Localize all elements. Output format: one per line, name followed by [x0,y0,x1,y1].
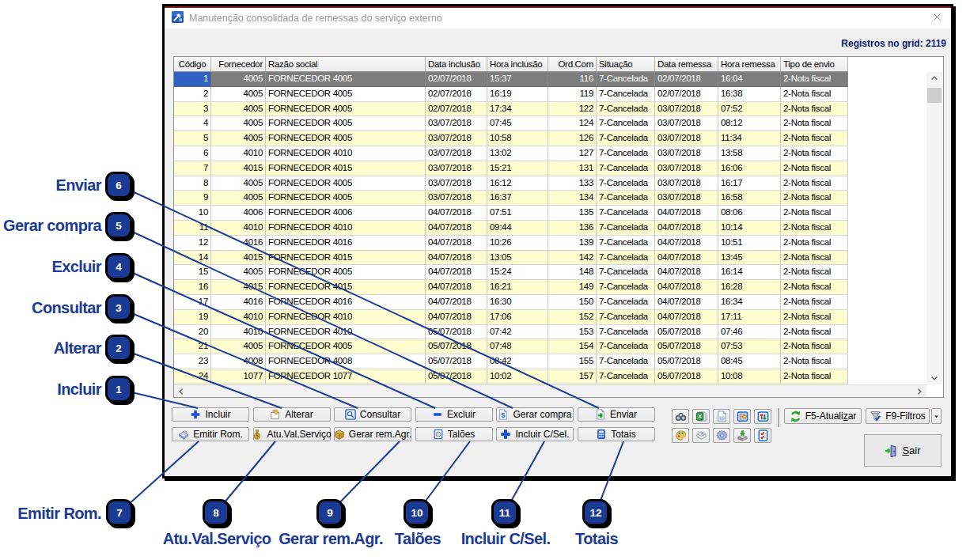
checklist-button[interactable] [754,428,771,443]
table-cell[interactable]: 5 [174,131,211,146]
table-cell[interactable]: 16:38 [718,87,781,102]
table-cell[interactable]: 4005 [211,131,266,146]
table-cell[interactable]: FORNECEDOR 4016 [266,295,426,310]
table-cell[interactable]: 04/07/2018 [426,310,487,325]
table-cell[interactable]: 03/07/2018 [426,176,487,191]
table-row[interactable]: 154005FORNECEDOR 400504/07/201815:241487… [174,265,848,280]
table-cell[interactable]: 03/07/2018 [655,176,718,191]
table-cell[interactable]: 116 [548,72,597,87]
column-header-situa-o[interactable]: Situação [597,57,655,72]
table-cell[interactable]: 2-Nota fiscal [781,191,848,206]
table-cell[interactable]: 4010 [211,221,266,236]
table-cell[interactable]: 7-Cancelada [597,131,655,146]
table-row[interactable]: 34005FORNECEDOR 400502/07/201817:341227-… [174,102,848,117]
table-cell[interactable]: FORNECEDOR 4010 [266,325,426,340]
table-cell[interactable]: 2-Nota fiscal [781,265,848,280]
emitir-rom-button[interactable]: Emitir Rom. [172,427,249,441]
table-cell[interactable]: FORNECEDOR 4005 [266,176,426,191]
table-cell[interactable]: 4006 [211,206,266,221]
table-cell[interactable]: 03/07/2018 [655,102,718,117]
table-cell[interactable]: 2-Nota fiscal [781,206,848,221]
table-row[interactable]: 204010FORNECEDOR 401005/07/201807:421537… [174,325,848,340]
table-row[interactable]: 14005FORNECEDOR 400502/07/201815:371167-… [174,72,848,87]
table-cell[interactable]: 17:34 [487,102,548,117]
table-cell[interactable]: 2-Nota fiscal [781,310,848,325]
table-cell[interactable]: 136 [548,221,597,236]
table-cell[interactable]: 8 [174,176,211,191]
table-cell[interactable]: 4005 [211,339,266,354]
table-cell[interactable]: 03/07/2018 [655,146,718,161]
table-cell[interactable]: 05/07/2018 [426,339,487,354]
table-cell[interactable]: 16:58 [718,191,781,206]
table-cell[interactable]: FORNECEDOR 4005 [266,87,426,102]
table-cell[interactable]: 4010 [211,325,266,340]
table-cell[interactable]: 04/07/2018 [426,265,487,280]
table-cell[interactable]: 6 [174,146,211,161]
f5-atualizar-button[interactable]: F5-Atualizar [784,408,862,424]
table-cell[interactable]: 127 [548,146,597,161]
table-cell[interactable]: 08:45 [718,354,781,369]
table-row[interactable]: 241077FORNECEDOR 107705/07/201810:021577… [174,369,848,384]
table-cell[interactable]: 03/07/2018 [655,191,718,206]
table-cell[interactable]: 2-Nota fiscal [781,146,848,161]
table-cell[interactable]: 16:30 [487,295,548,310]
table-cell[interactable]: 16:37 [487,191,548,206]
table-cell[interactable]: FORNECEDOR 4006 [266,206,426,221]
table-cell[interactable]: 4005 [211,265,266,280]
table-cell[interactable]: 03/07/2018 [655,161,718,176]
table-cell[interactable]: 13:58 [718,146,781,161]
table-cell[interactable]: 23 [174,354,211,369]
table-row[interactable]: 174016FORNECEDOR 401604/07/201816:301507… [174,295,848,310]
table-cell[interactable]: 4005 [211,102,266,117]
table-cell[interactable]: 134 [548,191,597,206]
table-cell[interactable]: 7-Cancelada [597,339,655,354]
table-cell[interactable]: 05/07/2018 [655,339,718,354]
table-cell[interactable]: 7-Cancelada [597,161,655,176]
filter-dropdown-button[interactable] [931,408,942,424]
table-cell[interactable]: 04/07/2018 [426,295,487,310]
table-cell[interactable]: 2-Nota fiscal [781,354,848,369]
table-row[interactable]: 44005FORNECEDOR 400503/07/201807:451247-… [174,116,848,131]
table-cell[interactable]: 24 [174,369,211,384]
table-row[interactable]: 94005FORNECEDOR 400503/07/201816:371347-… [174,191,848,206]
table-cell[interactable]: 04/07/2018 [655,295,718,310]
table-row[interactable]: 124016FORNECEDOR 401604/07/201810:261397… [174,236,848,251]
table-cell[interactable]: 12 [174,236,211,251]
table-cell[interactable]: 124 [548,116,597,131]
table-cell[interactable]: 149 [548,280,597,295]
table-row[interactable]: 214005FORNECEDOR 400505/07/201807:481547… [174,339,848,354]
table-cell[interactable]: 4005 [211,116,266,131]
table-cell[interactable]: 142 [548,251,597,266]
table-cell[interactable]: 122 [548,102,597,117]
table-cell[interactable]: 07:42 [487,325,548,340]
table-cell[interactable]: 4008 [211,354,266,369]
table-cell[interactable]: 133 [548,176,597,191]
table-row[interactable]: 144015FORNECEDOR 401504/07/201813:051427… [174,251,848,266]
table-cell[interactable]: 153 [548,325,597,340]
blank-page-button[interactable] [713,409,730,424]
table-cell[interactable]: 15:21 [487,161,548,176]
table-cell[interactable]: 4010 [211,310,266,325]
close-icon[interactable] [932,11,945,24]
table-cell[interactable]: 03/07/2018 [426,146,487,161]
table-cell[interactable]: 10:26 [487,236,548,251]
enviar-button[interactable]: Enviar [578,407,655,422]
table-cell[interactable]: 19 [174,310,211,325]
table-cell[interactable]: 150 [548,295,597,310]
table-cell[interactable]: 04/07/2018 [655,206,718,221]
table-cell[interactable]: FORNECEDOR 4010 [266,221,426,236]
table-cell[interactable]: 7-Cancelada [597,251,655,266]
table-cell[interactable]: 157 [548,369,597,384]
table-cell[interactable]: 2 [174,87,211,102]
table-cell[interactable]: 05/07/2018 [655,369,718,384]
column-header-data-inclus-o[interactable]: Data inclusão [426,57,487,72]
table-cell[interactable]: FORNECEDOR 4015 [266,251,426,266]
table-cell[interactable]: 03/07/2018 [426,191,487,206]
table-cell[interactable]: 148 [548,265,597,280]
table-cell[interactable]: 16:17 [718,176,781,191]
table-cell[interactable]: 154 [548,339,597,354]
table-cell[interactable]: 7-Cancelada [597,369,655,384]
table-cell[interactable]: 04/07/2018 [426,221,487,236]
table-row[interactable]: 104006FORNECEDOR 400604/07/201807:511357… [174,206,848,221]
atu-val-servi-o-button[interactable]: $Atu.Val.Serviço [253,427,331,441]
